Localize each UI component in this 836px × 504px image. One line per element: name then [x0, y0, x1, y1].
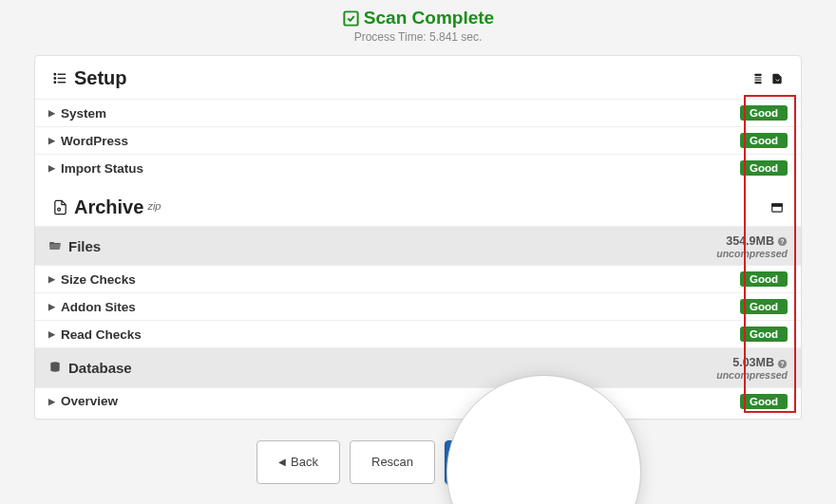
file-archive-icon — [52, 199, 68, 215]
export-icon[interactable] — [770, 72, 784, 85]
folder-open-icon — [48, 239, 62, 252]
svg-point-11 — [58, 208, 61, 211]
row-read-checks[interactable]: ▶Read Checks Good — [35, 320, 801, 347]
report-icon[interactable] — [751, 72, 765, 85]
scan-complete-title: Scan Complete — [364, 8, 494, 28]
row-import-status[interactable]: ▶Import Status Good — [35, 154, 801, 181]
svg-point-4 — [54, 74, 55, 75]
database-icon — [48, 361, 62, 374]
help-icon[interactable]: ? — [777, 236, 788, 247]
caret-right-icon: ▶ — [48, 329, 55, 339]
caret-right-icon: ▶ — [48, 302, 55, 311]
svg-text:?: ? — [781, 360, 785, 366]
archive-header: Archive zip — [35, 181, 801, 226]
play-icon: ▶ — [528, 456, 537, 469]
build-button[interactable]: Build ▶ — [445, 440, 580, 484]
files-subhead[interactable]: Files 354.9MB? uncompressed — [35, 226, 801, 265]
status-badge: Good — [740, 271, 788, 287]
status-badge: Good — [740, 299, 788, 314]
svg-rect-8 — [753, 76, 762, 77]
row-size-checks[interactable]: ▶Size Checks Good — [35, 265, 801, 292]
caret-right-icon: ▶ — [48, 136, 55, 145]
status-badge: Good — [740, 133, 788, 148]
main-panel: Setup ▶System Good ▶WordPress Good ▶Impo… — [34, 55, 802, 420]
rescan-button[interactable]: Rescan — [350, 440, 435, 484]
back-button[interactable]: ◀ Back — [256, 440, 340, 484]
caret-right-icon: ▶ — [48, 397, 55, 406]
svg-rect-13 — [772, 203, 783, 205]
check-square-icon — [342, 9, 360, 28]
svg-rect-9 — [753, 78, 762, 79]
status-badge: Good — [740, 327, 788, 342]
caret-left-icon: ◀ — [278, 457, 286, 467]
status-badge: Good — [740, 394, 788, 409]
help-icon[interactable]: ? — [777, 359, 788, 369]
process-time: Process Time: 5.841 sec. — [0, 30, 836, 44]
caret-right-icon: ▶ — [48, 274, 55, 284]
row-addon-sites[interactable]: ▶Addon Sites Good — [35, 292, 801, 320]
status-badge: Good — [740, 160, 788, 176]
caret-right-icon: ▶ — [48, 108, 55, 118]
svg-text:?: ? — [781, 238, 785, 245]
scan-complete-header: Scan Complete — [0, 8, 836, 28]
svg-point-5 — [54, 78, 55, 79]
button-row: ◀ Back Rescan Build ▶ — [0, 440, 836, 484]
archive-format: zip — [147, 200, 161, 212]
row-wordpress[interactable]: ▶WordPress Good — [35, 126, 801, 154]
setup-title: Setup — [74, 67, 127, 89]
status-badge: Good — [740, 105, 788, 121]
setup-header: Setup — [35, 56, 801, 99]
svg-rect-10 — [753, 80, 762, 81]
svg-point-6 — [54, 82, 55, 83]
archive-title: Archive — [74, 196, 143, 218]
db-subhead[interactable]: Database 5.03MB? uncompressed — [35, 347, 801, 386]
window-icon[interactable] — [770, 201, 784, 215]
caret-right-icon: ▶ — [48, 163, 55, 173]
list-icon — [52, 70, 68, 86]
row-overview[interactable]: ▶Overview Good — [35, 387, 801, 415]
row-system[interactable]: ▶System Good — [35, 99, 801, 126]
